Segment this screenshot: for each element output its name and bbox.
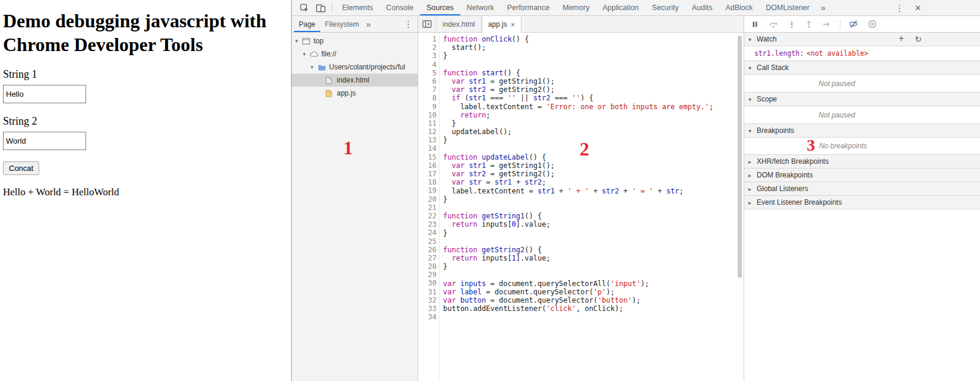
line-number[interactable]: 6 — [418, 77, 437, 85]
step-icon[interactable] — [823, 21, 831, 28]
tab-memory[interactable]: Memory — [556, 0, 596, 15]
kebab-menu-icon[interactable]: ⋮ — [895, 0, 904, 16]
expand-arrow-icon[interactable]: ▾ — [303, 51, 310, 57]
code-line — [443, 313, 744, 322]
pause-icon[interactable] — [751, 21, 758, 28]
tree-item-users-colant-projects-ful[interactable]: ▾Users/colant/projects/ful — [292, 61, 418, 74]
line-number[interactable]: 9 — [418, 103, 437, 111]
line-number[interactable]: 14 — [418, 144, 437, 153]
line-number[interactable]: 31 — [418, 288, 437, 296]
deactivate-breakpoints-icon[interactable] — [849, 20, 858, 28]
section-header-scope[interactable]: ▾Scope — [744, 93, 980, 106]
tab-sources[interactable]: Sources — [420, 0, 460, 15]
line-number[interactable]: 4 — [418, 61, 437, 69]
line-number[interactable]: 25 — [418, 237, 437, 246]
code-line: var str2 = getString2(); — [443, 170, 744, 178]
tab-audits[interactable]: Audits — [685, 0, 719, 15]
more-tabs-icon[interactable]: » — [816, 0, 830, 15]
add-watch-expression-icon[interactable]: + — [899, 33, 904, 44]
section-content-scope: Not paused — [744, 106, 980, 124]
tab-domlistener[interactable]: DOMListener — [759, 0, 816, 15]
section-header-dom-breakpoints[interactable]: ▸DOM Breakpoints — [744, 169, 980, 182]
line-number[interactable]: 20 — [418, 195, 437, 204]
tab-elements[interactable]: Elements — [336, 0, 380, 15]
line-number[interactable]: 8 — [418, 94, 437, 102]
line-number[interactable]: 23 — [418, 220, 437, 228]
line-number[interactable]: 16 — [418, 161, 437, 170]
line-number[interactable]: 3 — [418, 52, 437, 60]
line-number[interactable]: 15 — [418, 153, 437, 161]
tab-console[interactable]: Console — [380, 0, 420, 15]
step-out-icon[interactable] — [805, 20, 813, 28]
line-number[interactable]: 30 — [418, 279, 437, 287]
line-number[interactable]: 5 — [418, 69, 437, 77]
tree-item-label: Users/colant/projects/ful — [327, 63, 405, 71]
tab-adblock[interactable]: AdBlock — [719, 0, 759, 15]
tab-application[interactable]: Application — [596, 0, 645, 15]
section-header-global-listeners[interactable]: ▸Global Listeners — [744, 182, 980, 196]
tree-item-app-js[interactable]: app.js — [292, 87, 418, 100]
tree-item-file[interactable]: ▾file:// — [292, 47, 418, 61]
section-header-xhr-fetch-breakpoints[interactable]: ▸XHR/fetch Breakpoints — [744, 155, 980, 169]
watch-expression-name: str1.length: — [754, 49, 804, 58]
screen: Demo debugging javascript with Chrome De… — [0, 0, 980, 381]
concat-button[interactable]: Concat — [3, 161, 39, 175]
editor-tab-label: app.js — [488, 20, 507, 28]
string2-input[interactable] — [3, 132, 86, 150]
triangle-collapsed-icon: ▸ — [748, 172, 754, 179]
line-number[interactable]: 19 — [418, 186, 437, 195]
line-number[interactable]: 13 — [418, 136, 437, 144]
navigator-more-tabs-icon[interactable]: » — [366, 20, 371, 29]
step-over-icon[interactable] — [769, 21, 778, 28]
editor-scrollbar[interactable] — [738, 36, 742, 278]
expand-arrow-icon[interactable]: ▾ — [295, 38, 302, 44]
line-number[interactable]: 10 — [418, 111, 437, 119]
line-number[interactable]: 17 — [418, 170, 437, 178]
pause-on-exceptions-icon[interactable] — [868, 20, 876, 28]
tab-network[interactable]: Network — [460, 0, 501, 15]
line-number[interactable]: 7 — [418, 85, 437, 94]
tree-item-top[interactable]: ▾top — [292, 34, 418, 47]
line-number[interactable]: 22 — [418, 212, 437, 220]
code-line: function getString2() { — [443, 246, 744, 254]
device-toolbar-icon[interactable] — [312, 4, 329, 12]
line-number[interactable]: 32 — [418, 296, 437, 304]
line-number[interactable]: 29 — [418, 271, 437, 279]
code-area[interactable]: 1234567891011121314151617181920212223242… — [418, 33, 744, 381]
line-number[interactable]: 28 — [418, 262, 437, 271]
line-number[interactable]: 12 — [418, 128, 437, 136]
step-into-icon[interactable] — [788, 20, 795, 28]
navigator-tab-filesystem[interactable]: Filesystem — [320, 16, 363, 32]
line-number[interactable]: 1 — [418, 35, 437, 43]
tab-security[interactable]: Security — [646, 0, 685, 15]
refresh-watch-icon[interactable]: ↻ — [915, 34, 922, 44]
line-number[interactable]: 26 — [418, 246, 437, 254]
line-number[interactable]: 18 — [418, 178, 437, 186]
watch-expression-row[interactable]: str1.length:<not available> — [744, 46, 980, 61]
section-header-watch[interactable]: ▾Watch+↻ — [744, 33, 980, 46]
line-number[interactable]: 24 — [418, 228, 437, 237]
navigator-tab-page[interactable]: Page — [294, 16, 320, 32]
line-number[interactable]: 34 — [418, 313, 437, 321]
line-number[interactable]: 2 — [418, 43, 437, 52]
close-devtools-icon[interactable]: ✕ — [915, 0, 921, 16]
editor-tab-index-html[interactable]: index.html — [437, 16, 482, 32]
section-content-call-stack: Not paused — [744, 75, 980, 93]
line-number[interactable]: 33 — [418, 304, 437, 313]
line-number[interactable]: 21 — [418, 204, 437, 212]
toggle-navigator-icon[interactable] — [418, 16, 437, 32]
string1-label: String 1 — [3, 68, 291, 81]
tree-item-index-html[interactable]: index.html — [292, 74, 418, 87]
expand-arrow-icon[interactable]: ▾ — [311, 64, 318, 70]
navigator-kebab-icon[interactable]: ⋮ — [404, 19, 413, 30]
inspect-element-icon[interactable] — [296, 4, 312, 12]
section-header-call-stack[interactable]: ▾Call Stack — [744, 61, 980, 75]
string1-input[interactable] — [3, 85, 86, 103]
line-number[interactable]: 11 — [418, 119, 437, 128]
section-header-event-listener-breakpoints[interactable]: ▸Event Listener Breakpoints — [744, 196, 980, 209]
editor-tab-app-js[interactable]: app.js× — [482, 16, 522, 33]
tab-performance[interactable]: Performance — [501, 0, 557, 15]
line-number[interactable]: 27 — [418, 254, 437, 262]
section-header-breakpoints[interactable]: ▾Breakpoints — [744, 124, 980, 138]
close-tab-icon[interactable]: × — [511, 20, 516, 29]
